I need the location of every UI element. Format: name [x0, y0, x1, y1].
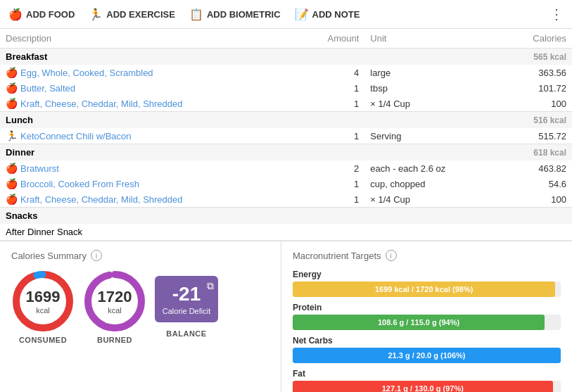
food-calories-cell: 101.72 [501, 80, 572, 96]
food-log-table: Description Amount Unit Calories Breakfa… [0, 29, 572, 241]
meal-name: Dinner [0, 144, 501, 161]
consumed-label: CONSUMED [19, 336, 67, 344]
macro-bars: Energy 1699 kcal / 1720 kcal (98%) Prote… [293, 270, 561, 392]
food-unit-cell: × 1/4 Cup [364, 96, 501, 112]
food-calories-cell: 100 [501, 96, 572, 112]
macro-protein-text: 108.6 g / 115.0 g (94%) [378, 318, 459, 327]
food-icon: 🍎 [6, 67, 18, 78]
add-note-button[interactable]: 📝 ADD NOTE [295, 8, 360, 21]
food-icon: 🍎 [6, 194, 18, 205]
calories-info-icon[interactable]: i [91, 250, 102, 261]
meal-total: 565 kcal [501, 49, 572, 65]
food-name-link[interactable]: Egg, Whole, Cooked, Scrambled [20, 68, 153, 78]
table-row: 🍎 Bratwurst 2 each - each 2.6 oz 463.82 [0, 160, 572, 176]
add-biometric-label: ADD BIOMETRIC [207, 9, 281, 20]
food-amount-cell: 1 [297, 191, 364, 208]
macro-netcarbs-row: Net Carbs 21.3 g / 20.0 g (106%) [293, 336, 561, 363]
food-name-link[interactable]: KetoConnect Chili w/Bacon [20, 131, 132, 141]
food-amount-cell: 1 [297, 96, 364, 112]
burned-unit: kcal [108, 306, 122, 315]
food-icon: 🍎 [6, 82, 18, 94]
meal-total [501, 208, 572, 225]
table-row: 🍎 Egg, Whole, Cooked, Scrambled 4 large … [0, 65, 572, 80]
table-row: 🏃 KetoConnect Chili w/Bacon 1 Serving 51… [0, 128, 572, 144]
table-row: 🍎 Kraft, Cheese, Cheddar, Mild, Shredded… [0, 191, 572, 208]
add-biometric-button[interactable]: 📋 ADD BIOMETRIC [189, 8, 281, 21]
calories-summary-panel: Calories Summary i 1699 kcal [0, 241, 281, 392]
circles-row: 1699 kcal CONSUMED 1720 kcal [11, 270, 269, 344]
add-note-label: ADD NOTE [312, 9, 360, 20]
exercise-icon: 🏃 [6, 130, 18, 141]
macro-info-icon[interactable]: i [386, 250, 397, 261]
food-calories-cell: 54.6 [501, 176, 572, 191]
food-description-cell: 🏃 KetoConnect Chili w/Bacon [0, 128, 297, 144]
col-description: Description [0, 29, 297, 49]
macro-fat-bar: 127.1 g / 130.0 g (97%) [293, 381, 561, 392]
meal-header: Lunch 516 kcal [0, 112, 572, 129]
bottom-panels: Calories Summary i 1699 kcal [0, 241, 572, 392]
food-unit-cell: × 1/4 Cup [364, 191, 501, 208]
after-dinner-snack-row: After Dinner Snack [0, 224, 572, 241]
add-exercise-button[interactable]: 🏃 ADD EXERCISE [89, 8, 175, 21]
macro-netcarbs-text: 21.3 g / 20.0 g (106%) [388, 351, 465, 360]
food-name-link[interactable]: Bratwurst [20, 163, 59, 174]
food-calories-cell: 463.82 [501, 160, 572, 176]
balance-label: BALANCE [166, 329, 206, 338]
balance-value: -21 [172, 283, 201, 305]
meal-name: Snacks [0, 208, 501, 225]
consumed-circle: 1699 kcal CONSUMED [11, 270, 75, 344]
meal-total: 516 kcal [501, 112, 572, 129]
add-food-label: ADD FOOD [26, 9, 75, 20]
food-calories-cell: 100 [501, 191, 572, 208]
food-unit-cell: large [364, 65, 501, 80]
food-description-cell: 🍎 Egg, Whole, Cooked, Scrambled [0, 65, 297, 80]
food-unit-cell: cup, chopped [364, 176, 501, 191]
macro-energy-bar: 1699 kcal / 1720 kcal (98%) [293, 282, 561, 297]
macro-netcarbs-label: Net Carbs [293, 336, 561, 346]
more-options-button[interactable]: ⋮ [549, 6, 564, 23]
macro-energy-text: 1699 kcal / 1720 kcal (98%) [375, 285, 473, 293]
macro-protein-bar: 108.6 g / 115.0 g (94%) [293, 315, 561, 330]
add-exercise-icon: 🏃 [89, 8, 103, 21]
food-name-link[interactable]: Broccoli, Cooked From Fresh [20, 179, 139, 189]
meal-name: Breakfast [0, 49, 501, 65]
burned-circle: 1720 kcal BURNED [83, 270, 146, 344]
macro-fat-row: Fat 127.1 g / 130.0 g (97%) [293, 369, 561, 392]
table-row: 🍎 Kraft, Cheese, Cheddar, Mild, Shredded… [0, 96, 572, 112]
macro-energy-row: Energy 1699 kcal / 1720 kcal (98%) [293, 270, 561, 297]
balance-container: ⧉ -21 Calorie Deficit BALANCE [155, 276, 218, 338]
calories-summary-title: Calories Summary i [11, 250, 269, 261]
food-name-link[interactable]: Butter, Salted [20, 83, 75, 94]
food-description-cell: 🍎 Kraft, Cheese, Cheddar, Mild, Shredded [0, 96, 297, 111]
add-note-icon: 📝 [295, 8, 309, 21]
food-amount-cell: 1 [297, 176, 364, 191]
consumed-unit: kcal [36, 306, 50, 315]
table-row: 🍎 Broccoli, Cooked From Fresh 1 cup, cho… [0, 176, 572, 191]
food-unit-cell: each - each 2.6 oz [364, 160, 501, 176]
food-amount-cell: 1 [297, 128, 364, 144]
add-food-icon: 🍎 [8, 8, 23, 21]
toolbar: 🍎 ADD FOOD 🏃 ADD EXERCISE 📋 ADD BIOMETRI… [0, 0, 572, 29]
food-amount-cell: 2 [297, 160, 364, 176]
balance-subtitle: Calorie Deficit [163, 307, 210, 315]
balance-copy-icon: ⧉ [207, 280, 214, 292]
food-name-link[interactable]: Kraft, Cheese, Cheddar, Mild, Shredded [20, 194, 183, 205]
macro-netcarbs-bar: 21.3 g / 20.0 g (106%) [293, 348, 561, 363]
burned-label: BURNED [97, 336, 132, 344]
add-food-button[interactable]: 🍎 ADD FOOD [8, 8, 75, 21]
meal-header: Snacks [0, 208, 572, 225]
consumed-value: 1699 [26, 288, 61, 306]
food-calories-cell: 363.56 [501, 65, 572, 80]
col-unit: Unit [364, 29, 501, 49]
food-icon: 🍎 [6, 163, 18, 174]
macro-fat-text: 127.1 g / 130.0 g (97%) [382, 384, 464, 392]
food-calories-cell: 515.72 [501, 128, 572, 144]
col-amount: Amount [297, 29, 364, 49]
food-name-link[interactable]: Kraft, Cheese, Cheddar, Mild, Shredded [20, 99, 183, 109]
food-amount-cell: 1 [297, 80, 364, 96]
add-exercise-label: ADD EXERCISE [106, 9, 175, 20]
meal-name: Lunch [0, 112, 501, 129]
macro-fat-label: Fat [293, 369, 561, 379]
balance-box: ⧉ -21 Calorie Deficit [155, 276, 218, 322]
food-description-cell: 🍎 Butter, Salted [0, 80, 297, 96]
